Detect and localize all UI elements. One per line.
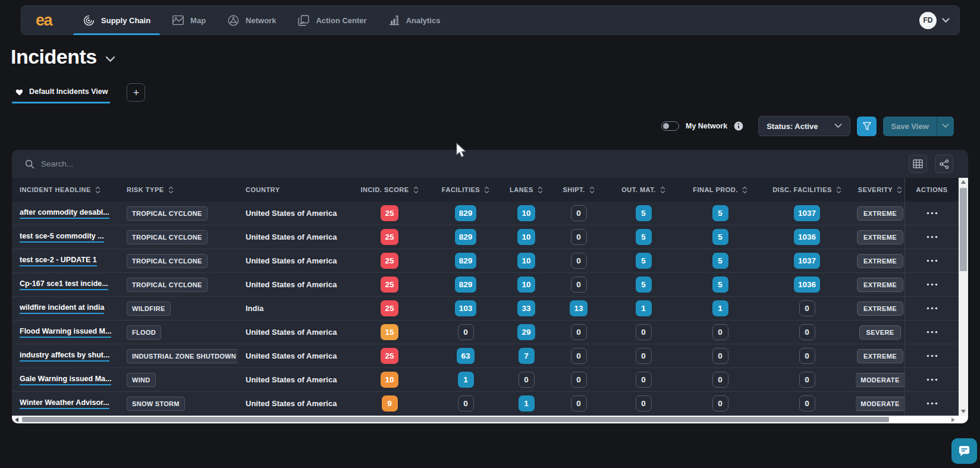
facilities-count-badge: 829 — [455, 229, 477, 245]
incident-score-badge: 15 — [381, 324, 398, 340]
row-actions-menu-button[interactable] — [923, 351, 941, 361]
incident-headline-link[interactable]: Winter Weather Advisor... — [20, 398, 109, 409]
severity-tag: EXTREME — [857, 278, 903, 292]
nav-tab-network[interactable]: Network — [216, 6, 287, 34]
nav-tab-map[interactable]: Map — [161, 6, 216, 34]
incident-headline-link[interactable]: Cp-167 sce1 test incide... — [20, 279, 108, 290]
sort-icon[interactable] — [95, 186, 100, 194]
column-header-final_prod[interactable]: FINAL PROD. — [682, 186, 758, 194]
view-tab-default-incidents[interactable]: Default Incidents View — [12, 83, 110, 103]
my-network-toggle[interactable] — [661, 121, 679, 131]
incident-headline-link[interactable]: Gale Warning issued Ma... — [20, 375, 111, 385]
row-actions-menu-button[interactable] — [923, 327, 941, 337]
share-button[interactable] — [935, 155, 953, 173]
table-body: after commodity desabl...TROPICAL CYCLON… — [12, 202, 959, 416]
vertical-scrollbar-thumb[interactable] — [960, 188, 967, 271]
nav-tab-supply-chain[interactable]: Supply Chain — [72, 6, 161, 34]
filter-button[interactable] — [857, 117, 877, 136]
sort-icon[interactable] — [589, 186, 595, 194]
column-header-out_mat[interactable]: OUT. MAT. — [605, 186, 682, 194]
nav-tab-label: Action Center — [316, 16, 366, 25]
incident-headline-link[interactable]: test sce-2 - UPDATE 1 — [20, 256, 97, 266]
row-actions-menu-button[interactable] — [923, 232, 941, 242]
chat-widget-button[interactable] — [951, 438, 977, 464]
save-view-button[interactable]: Save View — [883, 117, 953, 136]
country-label: United States of America — [246, 375, 337, 384]
brand-logo[interactable]: ea — [36, 11, 52, 30]
incident-headline-link[interactable]: Flood Warning issued M... — [20, 327, 111, 338]
cell-out-mat: 5 — [605, 253, 682, 269]
severity-tag: SEVERE — [859, 325, 900, 340]
status-filter-dropdown[interactable]: Status: Active — [758, 116, 850, 136]
facilities-count-badge: 829 — [455, 205, 477, 221]
incident-headline-link[interactable]: test sce-5 commodity ... — [20, 232, 104, 243]
search-input[interactable] — [41, 159, 909, 168]
sort-icon[interactable] — [168, 186, 174, 194]
cell-incident-headline: Flood Warning issued M... — [12, 327, 119, 338]
user-menu[interactable]: FD — [919, 12, 950, 29]
sort-icon[interactable] — [897, 186, 902, 194]
row-actions-menu-button[interactable] — [923, 256, 941, 266]
cell-out-mat: 5 — [605, 205, 682, 221]
column-header-shipt[interactable]: SHIPT. — [552, 186, 605, 194]
column-header-disc_facilities[interactable]: DISC. FACILITIES — [758, 186, 856, 194]
incident-headline-link[interactable]: after commodity desabl... — [20, 208, 109, 219]
scroll-right-arrow[interactable] — [951, 417, 955, 422]
vertical-scrollbar[interactable] — [959, 178, 968, 416]
sort-icon[interactable] — [836, 186, 841, 194]
shipt-count-badge: 0 — [571, 395, 587, 412]
nav-tab-action-center[interactable]: Action Center — [287, 6, 377, 34]
scroll-up-arrow[interactable] — [959, 180, 968, 184]
row-actions-menu-button[interactable] — [923, 279, 941, 290]
info-icon[interactable] — [734, 121, 743, 131]
sort-icon[interactable] — [660, 186, 665, 194]
table-row: industry affects by shut...INDUSTRIAL ZO… — [12, 344, 959, 368]
horizontal-scrollbar-thumb[interactable] — [22, 417, 889, 422]
incident-headline-link[interactable]: industry affects by shut... — [20, 351, 109, 362]
sort-icon[interactable] — [484, 186, 489, 194]
cell-facilities: 829 — [431, 205, 500, 221]
facilities-count-badge: 1 — [458, 372, 474, 388]
column-header-facilities[interactable]: FACILITIES — [431, 186, 500, 194]
column-header-headline[interactable]: INCIDENT HEADLINE — [12, 186, 119, 194]
row-actions-menu-button[interactable] — [923, 398, 941, 409]
cell-country: United States of America — [238, 280, 348, 289]
sort-icon[interactable] — [413, 186, 419, 194]
user-menu-chevron-down-icon[interactable] — [942, 18, 950, 23]
row-actions-menu-button[interactable] — [923, 303, 941, 313]
cell-risk-type: SNOW STORM — [119, 397, 238, 411]
nav-tab-label: Analytics — [406, 16, 441, 25]
sort-icon[interactable] — [538, 186, 543, 194]
shipt-count-badge: 13 — [570, 300, 587, 316]
column-header-risk_type[interactable]: RISK TYPE — [119, 186, 238, 194]
add-view-button[interactable]: + — [127, 83, 145, 102]
column-header-severity[interactable]: SEVERITY — [856, 186, 904, 194]
final-prod-count-badge: 5 — [712, 205, 728, 221]
save-view-chevron-down-icon[interactable] — [937, 117, 954, 136]
nav-tab-analytics[interactable]: Analytics — [378, 6, 451, 34]
horizontal-scrollbar[interactable] — [12, 416, 959, 423]
row-actions-menu-button[interactable] — [923, 375, 941, 385]
column-header-incid_score[interactable]: INCID. SCORE — [348, 186, 431, 194]
save-view-label[interactable]: Save View — [883, 117, 936, 136]
row-actions-menu-button[interactable] — [923, 208, 941, 218]
cell-final-prod: 0 — [682, 324, 758, 340]
avatar[interactable]: FD — [919, 12, 937, 29]
sort-icon[interactable] — [742, 186, 747, 194]
page-title-chevron-down-icon[interactable] — [105, 56, 115, 62]
cell-incident-score: 25 — [348, 229, 431, 245]
cell-country: India — [238, 304, 348, 313]
scroll-left-arrow[interactable] — [15, 417, 18, 422]
incident-score-badge: 25 — [381, 229, 398, 245]
incident-headline-link[interactable]: wildfire incident at india — [20, 303, 104, 314]
table-search-row — [12, 150, 968, 178]
severity-tag: EXTREME — [857, 230, 903, 244]
disc-facilities-count-badge: 0 — [799, 324, 815, 340]
column-settings-button[interactable] — [909, 155, 927, 173]
column-header-lanes[interactable]: LANES — [500, 186, 552, 194]
lanes-count-badge: 0 — [519, 372, 535, 388]
out-mat-count-badge: 0 — [636, 348, 652, 364]
scroll-down-arrow[interactable] — [959, 410, 968, 413]
search-icon — [25, 159, 34, 169]
facilities-count-badge: 829 — [455, 253, 477, 269]
